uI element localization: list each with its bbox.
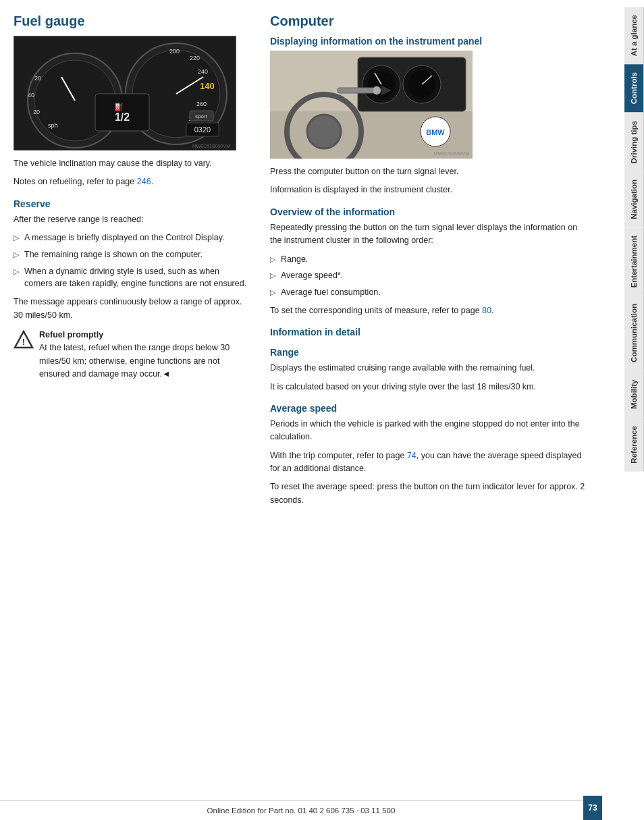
display-para2: Information is displayed in the instrume… bbox=[270, 184, 589, 196]
svg-text:1/2: 1/2 bbox=[115, 111, 130, 123]
svg-text:220: 220 bbox=[190, 55, 200, 61]
avg-speed-title: Average speed bbox=[270, 403, 589, 414]
reserve-title: Reserve bbox=[14, 198, 247, 209]
svg-text:40: 40 bbox=[28, 92, 34, 99]
svg-text:20: 20 bbox=[34, 75, 41, 82]
reserve-bullet-3: ▷ When a dynamic driving style is used, … bbox=[14, 265, 247, 291]
bullet-arrow-2: ▷ bbox=[14, 249, 19, 261]
svg-point-39 bbox=[373, 86, 381, 94]
sidebar-tab-controls[interactable]: Controls bbox=[624, 64, 644, 112]
overview-title: Overview of the information bbox=[270, 207, 589, 217]
svg-text:0320: 0320 bbox=[194, 126, 211, 134]
sidebar-tab-driving-tips[interactable]: Driving tips bbox=[624, 113, 644, 171]
svg-text:!: ! bbox=[22, 337, 25, 347]
range-title: Range bbox=[270, 347, 589, 358]
sidebar-tab-reference[interactable]: Reference bbox=[624, 418, 644, 472]
sidebar: At a glance Controls Driving tips Naviga… bbox=[602, 0, 644, 820]
reserve-bullets: ▷ A message is briefly displayed on the … bbox=[14, 231, 247, 290]
page-number-bar: 73 bbox=[583, 796, 602, 820]
svg-text:MW0C51B090VM: MW0C51B090VM bbox=[192, 144, 230, 148]
sidebar-tab-entertainment[interactable]: Entertainment bbox=[624, 227, 644, 296]
bullet-arrow-3: ▷ bbox=[14, 266, 19, 277]
reserve-bullet-1: ▷ A message is briefly displayed on the … bbox=[14, 231, 247, 244]
instrument-image: BMW MW0C52A90VM bbox=[270, 51, 473, 159]
sidebar-tabs: At a glance Controls Driving tips Naviga… bbox=[624, 7, 644, 472]
info-detail-title: Information in detail bbox=[270, 327, 589, 337]
display-para1: Press the computer button on the turn si… bbox=[270, 165, 589, 178]
svg-text:140: 140 bbox=[200, 81, 215, 91]
reserve-intro: After the reserve range is reached: bbox=[14, 213, 247, 226]
svg-text:sport: sport bbox=[195, 113, 208, 119]
footer-text: Online Edition for Part no. 01 40 2 606 … bbox=[207, 807, 396, 815]
refueling-link[interactable]: 246 bbox=[137, 177, 151, 186]
fuel-gauge-title: Fuel gauge bbox=[14, 13, 247, 29]
range-para2: It is calculated based on your driving s… bbox=[270, 381, 589, 393]
sidebar-tab-communication[interactable]: Communication bbox=[624, 296, 644, 371]
svg-text:sph: sph bbox=[48, 122, 58, 129]
svg-text:BMW: BMW bbox=[426, 128, 445, 136]
svg-text:200: 200 bbox=[169, 48, 180, 55]
overview-footer: To set the corresponding units of measur… bbox=[270, 304, 589, 317]
overview-bullet-1: ▷ Range. bbox=[270, 253, 589, 266]
avg-speed-para2: With the trip computer, refer to page 74… bbox=[270, 449, 589, 476]
overview-bullet-3: ▷ Average fuel consumption. bbox=[270, 286, 589, 299]
warning-text: Refuel promptly At the latest, refuel wh… bbox=[39, 329, 247, 381]
ov-arrow-1: ▷ bbox=[270, 254, 275, 265]
svg-text:20: 20 bbox=[33, 109, 40, 115]
fuel-inclination-para: The vehicle inclination may cause the di… bbox=[14, 157, 247, 170]
warning-box: ! Refuel promptly At the latest, refuel … bbox=[14, 329, 247, 381]
bullet-arrow-1: ▷ bbox=[14, 232, 19, 244]
svg-text:240: 240 bbox=[198, 68, 208, 75]
units-link[interactable]: 80 bbox=[482, 306, 491, 315]
computer-title: Computer bbox=[270, 13, 589, 29]
ov-arrow-2: ▷ bbox=[270, 270, 275, 281]
svg-point-30 bbox=[307, 115, 341, 148]
display-title: Displaying information on the instrument… bbox=[270, 36, 589, 47]
fuel-gauge-image: 20 40 20 sph 200 220 240 140 260 160 bbox=[14, 36, 236, 151]
sidebar-tab-mobility[interactable]: Mobility bbox=[624, 371, 644, 418]
page-footer: Online Edition for Part no. 01 40 2 606 … bbox=[0, 800, 602, 820]
right-column: Computer Displaying information on the i… bbox=[263, 13, 589, 807]
sidebar-tab-navigation[interactable]: Navigation bbox=[624, 171, 644, 227]
svg-rect-38 bbox=[338, 88, 375, 93]
range-para1: Displays the estimated cruising range av… bbox=[270, 362, 589, 375]
svg-text:260: 260 bbox=[196, 101, 207, 107]
warning-icon: ! bbox=[14, 330, 34, 350]
avg-speed-para1: Periods in which the vehicle is parked w… bbox=[270, 418, 589, 444]
overview-para: Repeatedly pressing the button on the tu… bbox=[270, 221, 589, 248]
avg-speed-para3: To reset the average speed: press the bu… bbox=[270, 481, 589, 507]
overview-bullets: ▷ Range. ▷ Average speed*. ▷ Average fue… bbox=[270, 253, 589, 299]
left-column: Fuel gauge 20 40 20 sph bbox=[14, 13, 263, 807]
overview-bullet-2: ▷ Average speed*. bbox=[270, 269, 589, 282]
reserve-continuous-para: The message appears continuously below a… bbox=[14, 296, 247, 322]
trip-computer-link[interactable]: 74 bbox=[407, 451, 417, 460]
ov-arrow-3: ▷ bbox=[270, 287, 275, 298]
reserve-bullet-2: ▷ The remaining range is shown on the co… bbox=[14, 248, 247, 261]
svg-text:MW0C52A90VM: MW0C52A90VM bbox=[434, 151, 469, 156]
fuel-refueling-note: Notes on refueling, refer to page 246. bbox=[14, 175, 247, 188]
page-number: 73 bbox=[588, 803, 597, 813]
svg-text:⛽: ⛽ bbox=[114, 102, 124, 111]
sidebar-tab-at-a-glance[interactable]: At a glance bbox=[624, 7, 644, 64]
